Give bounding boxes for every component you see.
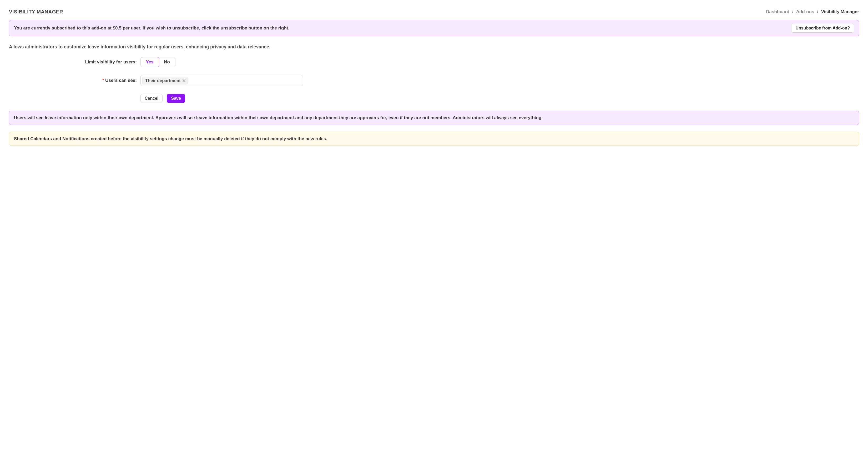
- users-can-see-row: *Users can see: Their department: [9, 75, 859, 86]
- close-icon: [183, 79, 185, 82]
- subscription-alert: You are currently subscribed to this add…: [9, 20, 859, 36]
- unsubscribe-button[interactable]: Unsubscribe from Add-on?: [791, 24, 854, 33]
- breadcrumb-separator: /: [792, 9, 794, 14]
- action-buttons-row: Cancel Save: [9, 94, 859, 103]
- tag-label: Their department: [145, 78, 181, 83]
- tag-remove-icon[interactable]: [183, 79, 185, 82]
- feature-description: Allows administrators to customize leave…: [9, 44, 859, 50]
- breadcrumb-current: Visibility Manager: [821, 9, 859, 14]
- page-container: VISIBILITY MANAGER Dashboard / Add-ons /…: [4, 4, 864, 155]
- tag-their-department: Their department: [142, 77, 188, 85]
- info-alert-text: Users will see leave information only wi…: [14, 115, 542, 120]
- info-alert: Users will see leave information only wi…: [9, 111, 859, 125]
- limit-visibility-toggle: Yes No: [141, 57, 176, 67]
- limit-no-option[interactable]: No: [159, 57, 175, 67]
- button-row: Cancel Save: [141, 94, 185, 103]
- subscription-alert-text: You are currently subscribed to this add…: [14, 25, 289, 32]
- breadcrumb-separator: /: [817, 9, 818, 14]
- save-button[interactable]: Save: [167, 94, 185, 103]
- cancel-button[interactable]: Cancel: [141, 94, 162, 103]
- breadcrumb: Dashboard / Add-ons / Visibility Manager: [766, 9, 859, 14]
- warning-alert: Shared Calendars and Notifications creat…: [9, 132, 859, 146]
- breadcrumb-dashboard[interactable]: Dashboard: [766, 9, 789, 14]
- page-title: VISIBILITY MANAGER: [9, 9, 63, 15]
- breadcrumb-addons[interactable]: Add-ons: [796, 9, 814, 14]
- required-asterisk: *: [102, 78, 104, 83]
- users-can-see-input[interactable]: Their department: [141, 75, 303, 86]
- limit-yes-option[interactable]: Yes: [141, 57, 159, 67]
- limit-visibility-label: Limit visibility for users:: [9, 59, 141, 65]
- visibility-form: Limit visibility for users: Yes No *User…: [9, 57, 859, 103]
- header-row: VISIBILITY MANAGER Dashboard / Add-ons /…: [9, 9, 859, 15]
- limit-visibility-row: Limit visibility for users: Yes No: [9, 57, 859, 67]
- warning-alert-text: Shared Calendars and Notifications creat…: [14, 136, 327, 141]
- users-can-see-label: *Users can see:: [9, 78, 141, 83]
